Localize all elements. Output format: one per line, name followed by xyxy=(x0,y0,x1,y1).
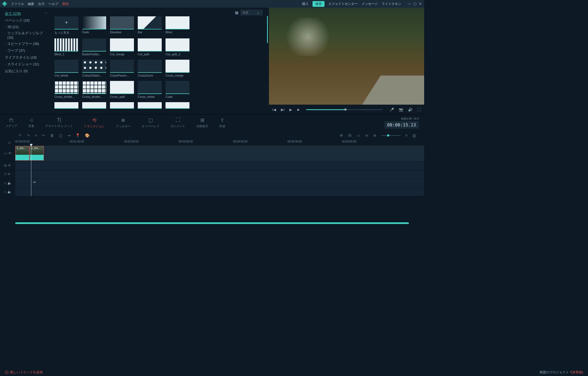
export-frame-icon[interactable]: ⇥ xyxy=(67,133,71,138)
tab-8[interactable]: ⇪作成 xyxy=(219,117,225,128)
transition-tile[interactable]: Cross_split xyxy=(110,81,134,98)
snapshot-icon[interactable]: 📷 xyxy=(399,108,403,112)
cut-icon[interactable]: ✂ xyxy=(42,133,45,138)
tab-1[interactable]: ♫音楽 xyxy=(28,117,34,128)
grid-view-icon[interactable]: ▦ xyxy=(235,10,238,15)
transition-tile[interactable]: Fade xyxy=(82,16,106,35)
audio-track-1[interactable]: ♫🔈 ✂ xyxy=(0,179,424,187)
menu-help[interactable]: ヘルプ xyxy=(48,2,58,6)
video-clip[interactable]: V_201... xyxy=(15,146,29,160)
transition-tile[interactable] xyxy=(110,102,134,109)
sidebar-item-0[interactable]: 全て (178) xyxy=(0,10,51,17)
tab-7[interactable]: ⊞分割表示 xyxy=(196,117,208,128)
speaker-icon[interactable]: 🔈 xyxy=(7,181,12,185)
save-button[interactable]: 保存 xyxy=(313,1,324,7)
menu-output[interactable]: 出力 xyxy=(38,2,45,6)
edit-tool-icon[interactable]: ≡ xyxy=(35,133,37,138)
transition-tile[interactable]: Col_split xyxy=(138,38,162,56)
fullscreen-icon[interactable]: ⛶ xyxy=(417,108,421,112)
menu-light-skin[interactable]: ライトスキン xyxy=(382,2,401,6)
transition-tile[interactable]: Col_split_2 xyxy=(166,38,189,56)
menu-message[interactable]: メッセージ xyxy=(362,2,378,6)
maximize-icon[interactable]: ▢ xyxy=(413,2,416,6)
overlay-track[interactable]: ⧉👁 xyxy=(0,161,424,170)
tab-0[interactable]: 🗀メディア xyxy=(5,117,17,128)
volume-icon[interactable]: 🔊 xyxy=(408,108,412,112)
sidebar-item-7[interactable]: ›スライドショー (31) xyxy=(0,61,51,68)
video-clip[interactable]: V_201... xyxy=(30,146,44,160)
eye-icon[interactable]: 👁 xyxy=(8,163,11,168)
zoom-in-icon[interactable]: ⊕ xyxy=(373,133,376,138)
fit-icon[interactable]: ▥ xyxy=(412,133,416,138)
zoom-slider[interactable] xyxy=(381,135,400,136)
crop-icon[interactable]: ◫ xyxy=(59,133,62,138)
delete-icon[interactable]: 🗑 xyxy=(50,133,54,138)
video-track[interactable]: ▭👁 V_201...V_201... xyxy=(0,145,424,161)
sidebar-item-2[interactable]: ›3D (21) xyxy=(0,24,51,30)
zoom-out-icon[interactable]: ⊖ xyxy=(365,133,368,138)
timeline-ruler[interactable]: ⊔ 00:00:00:0000:01:00:0000:02:00:0000:03… xyxy=(0,140,424,145)
search-box[interactable]: ⌕ xyxy=(241,10,262,15)
mic-icon[interactable]: 🎤 xyxy=(390,108,394,112)
sidebar-item-3[interactable]: ›リップル＆ディゾルブ (16) xyxy=(0,30,51,41)
speaker-icon[interactable]: 🔈 xyxy=(7,190,12,194)
undo-icon[interactable]: ↶ xyxy=(19,133,22,138)
transition-tile[interactable] xyxy=(82,102,106,109)
play-icon[interactable]: ▶ xyxy=(289,108,292,112)
transition-tile[interactable] xyxy=(138,102,162,109)
transition-tile[interactable]: Cross_shutte... xyxy=(82,81,106,98)
menu-buy[interactable]: 購入 xyxy=(302,2,309,6)
eye-icon[interactable]: 👁 xyxy=(8,151,12,155)
transition-tile[interactable]: +もっと見る xyxy=(54,16,78,35)
transition-tile[interactable]: CrazyParam... xyxy=(110,60,134,77)
sidebar-item-6[interactable]: ライフスタイル (19) xyxy=(0,54,51,61)
timeline-hscroll[interactable] xyxy=(15,222,409,224)
tab-2[interactable]: T|テキスト/クレジット xyxy=(45,117,73,128)
transition-tile[interactable]: Cross_shutte... xyxy=(54,81,78,98)
transition-tile[interactable]: Col_merge xyxy=(110,38,134,56)
audio-track-2[interactable]: ♫🔈 xyxy=(0,187,424,196)
menu-file[interactable]: ファイル xyxy=(11,2,24,6)
tab-5[interactable]: ▢オーバーレイ xyxy=(142,117,160,128)
transition-tile[interactable]: Blind xyxy=(166,16,189,35)
next-frame-icon[interactable]: ▶I xyxy=(281,108,285,112)
transition-tile[interactable]: Col_whisk xyxy=(54,60,78,77)
marker-tool-icon[interactable]: ▭ xyxy=(357,133,360,138)
minimize-icon[interactable]: — xyxy=(408,2,411,6)
tab-3[interactable]: ⟲トランジション xyxy=(84,117,105,128)
menu-edit[interactable]: 編集 xyxy=(28,2,34,6)
preview-progress[interactable] xyxy=(306,109,382,110)
tab-4[interactable]: ⊗フィルター xyxy=(116,117,131,128)
search-input[interactable] xyxy=(243,11,256,14)
transition-tile[interactable]: Cube xyxy=(166,81,189,98)
browser-scrollbar[interactable] xyxy=(267,16,268,43)
sidebar-item-5[interactable]: ›ワープ (37) xyxy=(0,47,51,54)
snap-icon[interactable]: ✻ xyxy=(340,133,343,138)
transition-tile[interactable] xyxy=(166,102,189,109)
transition-tile[interactable]: Bar xyxy=(138,16,162,35)
pin-icon[interactable]: 📍 xyxy=(75,133,80,138)
magnet-icon[interactable]: ⊔ xyxy=(8,141,11,144)
sidebar-item-8[interactable]: お気に入り (0) xyxy=(0,68,51,75)
prev-frame-icon[interactable]: I◀ xyxy=(272,108,276,112)
sidebar-back-icon[interactable]: ← xyxy=(45,11,48,15)
sidebar-item-4[interactable]: ›スピードブラー (36) xyxy=(0,41,51,47)
menu-effect-center[interactable]: エフェクトセンター xyxy=(328,2,358,6)
redo-icon[interactable]: ↷ xyxy=(27,133,30,138)
menu-register[interactable]: 登録 xyxy=(62,2,69,6)
transition-tile[interactable]: Dissolve xyxy=(110,16,134,35)
transition-tile[interactable]: Cross_whisk xyxy=(138,81,162,98)
tab-6[interactable]: ⛶エレメント xyxy=(170,117,185,128)
eye-icon[interactable]: 👁 xyxy=(7,172,11,176)
close-icon[interactable]: ✕ xyxy=(419,2,422,6)
text-track[interactable]: T👁 xyxy=(0,170,424,179)
transition-tile[interactable]: Cross_merge xyxy=(166,60,189,77)
color-icon[interactable]: 🎨 xyxy=(85,133,90,138)
playhead[interactable] xyxy=(31,145,31,196)
transition-tile[interactable]: ButterFlyWa... xyxy=(82,38,106,56)
transition-tile[interactable]: CrossZoom xyxy=(138,60,162,77)
sidebar-item-1[interactable]: ベーシック (18) xyxy=(0,17,51,24)
transition-tile[interactable]: Blind_1 xyxy=(54,38,78,56)
list-icon[interactable]: ≡ xyxy=(405,133,408,138)
stop-icon[interactable]: ■ xyxy=(297,108,299,112)
